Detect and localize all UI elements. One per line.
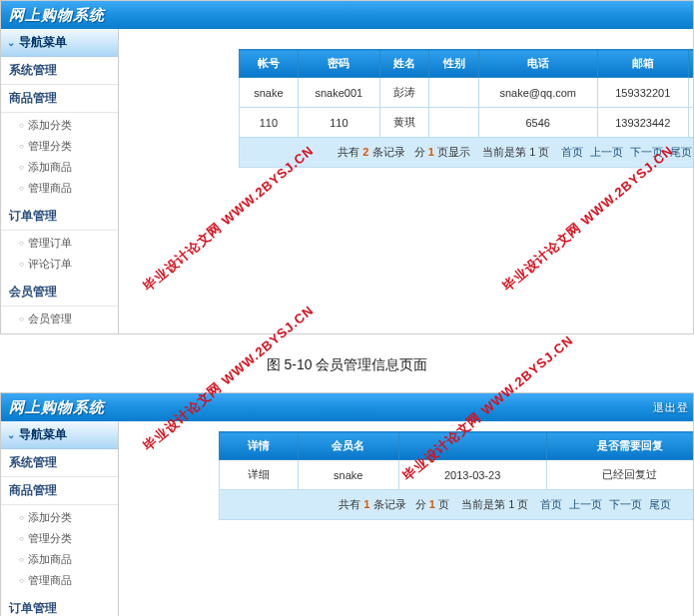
- pager-link[interactable]: 上一页: [590, 146, 623, 158]
- nav-header-2[interactable]: ⌄ 导航菜单: [1, 421, 118, 449]
- nav-header[interactable]: ⌄ 导航菜单: [1, 29, 118, 57]
- message-mgmt-screenshot: 网上购物系统 退出登 ⌄ 导航菜单 系统管理商品管理添加分类管理分类添加商品管理…: [0, 392, 694, 616]
- pager-div: 分: [414, 146, 425, 158]
- sidebar-item[interactable]: 管理分类: [1, 528, 118, 549]
- chevron-down-icon: ⌄: [7, 429, 15, 440]
- table-cell: [429, 108, 478, 138]
- app-title: 网上购物系统: [9, 1, 105, 29]
- table-cell: 黄琪: [379, 108, 428, 138]
- app-title-2: 网上购物系统: [9, 393, 105, 421]
- pager-rec: 条记录: [373, 498, 406, 510]
- pager-count: 1: [363, 498, 369, 510]
- message-table: 详情会员名是否需要回复操作 详细snake2013-03-23已经回复过删除 共…: [219, 431, 693, 520]
- member-table: 帐号密码姓名性别电话邮箱 snakesnake001彭涛snake@qq.com…: [239, 49, 693, 168]
- pager-cell: 共有 2 条记录 分 1 页显示 当前是第 1 页 首页 上一页: [240, 138, 694, 168]
- chevron-down-icon: ⌄: [7, 37, 15, 48]
- table-cell[interactable]: 详细: [220, 460, 299, 490]
- nav-header-label: 导航菜单: [19, 34, 67, 51]
- column-header: 会员名: [298, 432, 398, 460]
- pager-pages: 1: [429, 498, 435, 510]
- column-header: 姓名: [379, 50, 428, 78]
- column-header: [688, 50, 693, 78]
- column-header: 性别: [429, 50, 478, 78]
- content-area: 帐号密码姓名性别电话邮箱 snakesnake001彭涛snake@qq.com…: [119, 29, 693, 333]
- sidebar-group[interactable]: 系统管理: [1, 57, 118, 85]
- pager-show: 页显示: [437, 146, 470, 158]
- table-cell: 彭涛: [379, 78, 428, 108]
- sidebar-item[interactable]: 评论订单: [1, 254, 118, 275]
- table-cell: snake: [240, 78, 299, 108]
- table-cell: 6546: [478, 108, 597, 138]
- pager-pre: 共有: [338, 146, 359, 158]
- sidebar-item[interactable]: 管理商品: [1, 570, 118, 591]
- sidebar-group[interactable]: 订单管理: [1, 203, 118, 231]
- pager-link[interactable]: 下一页: [630, 146, 663, 158]
- column-header: 是否需要回复: [546, 432, 693, 460]
- table-row: 详细snake2013-03-23已经回复过删除: [220, 460, 694, 490]
- pager-pages: 1: [428, 146, 434, 158]
- member-mgmt-screenshot: 网上购物系统 ⌄ 导航菜单 系统管理商品管理添加分类管理分类添加商品管理商品订单…: [0, 0, 694, 334]
- sidebar-item[interactable]: 会员管理: [1, 308, 118, 329]
- sidebar-group[interactable]: 会员管理: [1, 279, 118, 307]
- table-cell: ake@qq.com: [688, 78, 693, 108]
- table-cell: 139323442: [597, 108, 688, 138]
- pager-pre: 共有: [339, 498, 360, 510]
- sidebar-item[interactable]: 管理订单: [1, 233, 118, 254]
- sidebar-group[interactable]: 商品管理: [1, 477, 118, 505]
- pager-current: 当前是第 1 页: [461, 498, 528, 510]
- page-root: 网上购物系统 ⌄ 导航菜单 系统管理商品管理添加分类管理分类添加商品管理商品订单…: [0, 0, 694, 616]
- sidebar: ⌄ 导航菜单 系统管理商品管理添加分类管理分类添加商品管理商品订单管理管理订单评…: [1, 29, 119, 333]
- sidebar-item[interactable]: 管理分类: [1, 136, 118, 157]
- pager-count: 2: [362, 146, 368, 158]
- sidebar-item[interactable]: 管理商品: [1, 178, 118, 199]
- table-row: 110110黄琪65461393234426546: [240, 108, 694, 138]
- pager-div: 分: [415, 498, 426, 510]
- column-header: 密码: [298, 50, 379, 78]
- table-cell: 6546: [688, 108, 693, 138]
- pager-row-2: 共有 1 条记录 分 1 页 当前是第 1 页 首页 上一页 下一: [220, 490, 694, 520]
- sidebar-item[interactable]: 添加分类: [1, 507, 118, 528]
- content-area-2: 详情会员名是否需要回复操作 详细snake2013-03-23已经回复过删除 共…: [119, 421, 693, 616]
- table-row: snakesnake001彭涛snake@qq.com159332201ake@…: [240, 78, 694, 108]
- pager-cell-2: 共有 1 条记录 分 1 页 当前是第 1 页 首页 上一页 下一: [220, 490, 694, 520]
- pager-row: 共有 2 条记录 分 1 页显示 当前是第 1 页 首页 上一页: [240, 138, 694, 168]
- sidebar-item[interactable]: 添加商品: [1, 549, 118, 570]
- pager-link[interactable]: 首页: [540, 498, 562, 510]
- table-cell: 159332201: [597, 78, 688, 108]
- table-cell: snake001: [298, 78, 379, 108]
- pager-link[interactable]: 尾页: [649, 498, 671, 510]
- pager-link[interactable]: 首页: [561, 146, 583, 158]
- column-header: 邮箱: [597, 50, 688, 78]
- app-header-2: 网上购物系统 退出登: [1, 393, 693, 421]
- pager-link[interactable]: 上一页: [569, 498, 602, 510]
- layout: ⌄ 导航菜单 系统管理商品管理添加分类管理分类添加商品管理商品订单管理管理订单评…: [1, 29, 693, 333]
- layout-2: ⌄ 导航菜单 系统管理商品管理添加分类管理分类添加商品管理商品订单管理管理订单评…: [1, 421, 693, 616]
- table-cell: snake: [298, 460, 398, 490]
- pager-link[interactable]: 下一页: [609, 498, 642, 510]
- column-header: 详情: [220, 432, 299, 460]
- app-header: 网上购物系统: [1, 1, 693, 29]
- column-header: 帐号: [240, 50, 299, 78]
- table-cell: 2013-03-23: [398, 460, 546, 490]
- table-cell: 已经回复过: [546, 460, 693, 490]
- column-header: 电话: [478, 50, 597, 78]
- nav-header-label-2: 导航菜单: [19, 426, 67, 443]
- sidebar-group[interactable]: 订单管理: [1, 595, 118, 616]
- sidebar-group[interactable]: 系统管理: [1, 449, 118, 477]
- table-cell: [429, 78, 478, 108]
- pager-current: 当前是第 1 页: [482, 146, 549, 158]
- pager-show: 页: [438, 498, 449, 510]
- table-cell: 110: [298, 108, 379, 138]
- sidebar-2: ⌄ 导航菜单 系统管理商品管理添加分类管理分类添加商品管理商品订单管理管理订单评…: [1, 421, 119, 616]
- pager-rec: 条记录: [372, 146, 405, 158]
- table-cell: 110: [240, 108, 299, 138]
- figure-caption-1: 图 5-10 会员管理信息页面: [0, 342, 694, 392]
- pager-link[interactable]: 尾页: [670, 146, 692, 158]
- logout-link[interactable]: 退出登: [653, 393, 693, 421]
- column-header: [398, 432, 546, 460]
- sidebar-item[interactable]: 添加分类: [1, 115, 118, 136]
- sidebar-group[interactable]: 商品管理: [1, 85, 118, 113]
- table-cell: snake@qq.com: [478, 78, 597, 108]
- sidebar-item[interactable]: 添加商品: [1, 157, 118, 178]
